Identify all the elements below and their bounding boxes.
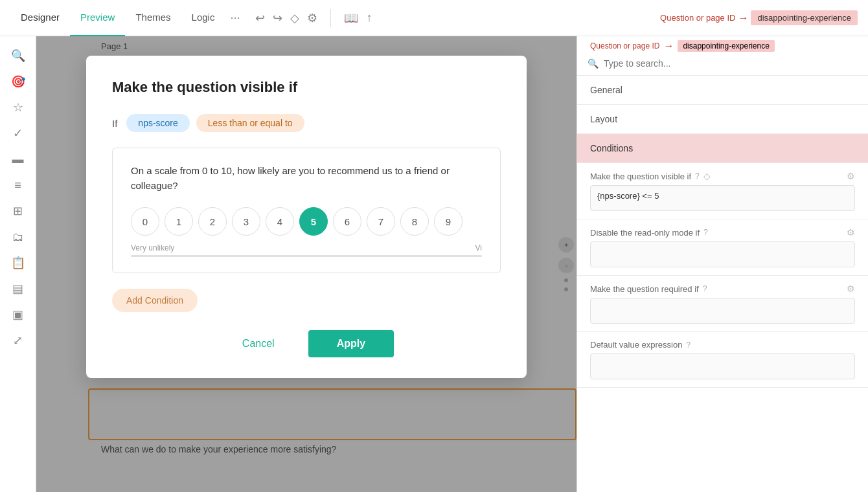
help-icon-visible[interactable]: ?: [695, 172, 700, 181]
sidebar-list-icon[interactable]: ≡: [6, 173, 30, 197]
left-sidebar: 🔍 🎯 ☆ ✓ ▬ ≡ ⊞ 🗂 📋 ▤ ▣ ⤢: [0, 36, 36, 492]
gear-required-icon[interactable]: ⚙: [847, 284, 855, 294]
divider: [330, 9, 331, 27]
nps-label-right: Vi: [475, 243, 482, 252]
nps-labels: Very unlikely Vi: [131, 243, 482, 252]
help-icon-default[interactable]: ?: [686, 341, 691, 350]
nps-num-2[interactable]: 2: [198, 207, 227, 236]
help-icon-required[interactable]: ?: [703, 284, 707, 293]
condition-visible-text: Make the question visible if: [590, 172, 691, 181]
field-chip[interactable]: nps-score: [126, 114, 189, 132]
nps-number-row: 0 1 2 3 4 5 6 7 8 9: [131, 207, 482, 236]
gear-readonly-icon[interactable]: ⚙: [847, 227, 855, 238]
question-id-value: disappointing-experience: [751, 10, 858, 25]
nps-num-3[interactable]: 3: [232, 207, 260, 236]
cancel-button[interactable]: Cancel: [219, 330, 298, 357]
sidebar-section-conditions[interactable]: Conditions: [577, 134, 868, 163]
if-label: If: [112, 118, 117, 129]
condition-default-value: [590, 353, 855, 379]
right-question-id-value: disappointing-experience: [678, 40, 774, 52]
sidebar-minus-icon[interactable]: ▬: [6, 148, 30, 171]
tab-designer[interactable]: Designer: [10, 0, 70, 36]
nps-num-1[interactable]: 1: [165, 207, 193, 236]
condition-required-value: [590, 298, 855, 324]
redo-icon[interactable]: ↪: [273, 11, 282, 25]
condition-visible-block: Make the question visible if ? ◇ ⚙ {nps-…: [577, 163, 868, 219]
right-question-id-arrow: →: [663, 40, 674, 52]
nps-num-0[interactable]: 0: [131, 207, 159, 236]
tab-themes[interactable]: Themes: [125, 0, 181, 36]
condition-required-label: Make the question required if ? ⚙: [590, 284, 855, 294]
nps-bar: [131, 255, 482, 257]
nps-num-6[interactable]: 6: [333, 207, 361, 236]
erase-condition-icon[interactable]: ◇: [703, 171, 711, 181]
right-question-id-label: Question or page ID: [590, 41, 659, 50]
condition-default-block: Default value expression ?: [577, 332, 868, 388]
apply-button[interactable]: Apply: [308, 330, 394, 357]
condition-readonly-label: Disable the read-only mode if ? ⚙: [590, 227, 855, 238]
modal-title: Make the question visible if: [112, 79, 501, 96]
top-bar: Designer Preview Themes Logic ··· ↩ ↪ ◇ …: [0, 0, 868, 36]
search-icon: 🔍: [588, 58, 599, 69]
sidebar-clipboard-icon[interactable]: 📋: [6, 251, 30, 274]
sidebar-rows-icon[interactable]: ▤: [6, 277, 30, 300]
nps-num-9[interactable]: 9: [434, 207, 463, 236]
toolbar-icons: ↩ ↪ ◇ ⚙ 📖 ↑: [255, 9, 372, 27]
main-layout: 🔍 🎯 ☆ ✓ ▬ ≡ ⊞ 🗂 📋 ▤ ▣ ⤢ Page 1 Descripti…: [0, 36, 868, 492]
operator-chip[interactable]: Less than or equal to: [196, 114, 304, 132]
question-id-area: Question or page ID → disappointing-expe…: [660, 10, 858, 25]
question-id-label: Question or page ID: [660, 13, 735, 23]
right-sidebar: Question or page ID → disappointing-expe…: [577, 36, 868, 492]
search-input[interactable]: [604, 58, 858, 69]
upload-icon[interactable]: ↑: [366, 11, 372, 25]
condition-readonly-text: Disable the read-only mode if: [590, 228, 700, 238]
condition-if-row: If nps-score Less than or equal to: [112, 114, 501, 132]
nav-tabs: Designer Preview Themes Logic ···: [10, 0, 245, 36]
nps-num-5[interactable]: 5: [299, 207, 328, 236]
condition-visible-value: {nps-score} <= 5: [590, 185, 855, 211]
sidebar-box-icon[interactable]: ▣: [6, 303, 30, 326]
nps-question-text: On a scale from 0 to 10, how likely are …: [131, 164, 482, 193]
condition-visible-label: Make the question visible if ? ◇ ⚙: [590, 171, 855, 181]
erase-icon[interactable]: ◇: [290, 11, 299, 25]
undo-icon[interactable]: ↩: [255, 11, 265, 25]
modal-overlay: Make the question visible if If nps-scor…: [36, 36, 577, 492]
condition-required-block: Make the question required if ? ⚙: [577, 276, 868, 332]
sidebar-section-layout[interactable]: Layout: [577, 105, 868, 134]
question-id-arrow-icon: →: [738, 12, 748, 24]
condition-readonly-value: [590, 241, 855, 267]
help-icon-readonly[interactable]: ?: [703, 228, 708, 237]
sidebar-target-icon[interactable]: 🎯: [6, 70, 30, 93]
condition-default-text: Default value expression: [590, 340, 682, 350]
right-sidebar-question-id: Question or page ID → disappointing-expe…: [577, 36, 868, 52]
sidebar-folder-icon[interactable]: 🗂: [6, 225, 30, 249]
condition-readonly-block: Disable the read-only mode if ? ⚙: [577, 219, 868, 276]
tab-logic[interactable]: Logic: [181, 0, 225, 36]
sidebar-section-general[interactable]: General: [577, 76, 868, 105]
sidebar-grid-icon[interactable]: ⊞: [6, 199, 30, 223]
sidebar-expand-icon[interactable]: ⤢: [6, 329, 30, 352]
sidebar-check-icon[interactable]: ✓: [6, 122, 30, 145]
nps-num-7[interactable]: 7: [367, 207, 395, 236]
modal-dialog: Make the question visible if If nps-scor…: [86, 56, 527, 378]
book-icon[interactable]: 📖: [344, 11, 358, 25]
sidebar-star-icon[interactable]: ☆: [6, 96, 30, 119]
add-condition-button[interactable]: Add Condition: [112, 289, 198, 312]
nps-preview: On a scale from 0 to 10, how likely are …: [112, 148, 501, 273]
modal-footer: Cancel Apply: [112, 330, 501, 357]
tab-preview[interactable]: Preview: [70, 0, 125, 36]
canvas: Page 1 Description Make the question vis…: [36, 36, 577, 492]
condition-required-text: Make the question required if: [590, 284, 699, 294]
filter-icon[interactable]: ⚙: [307, 11, 317, 25]
sidebar-search-icon[interactable]: 🔍: [6, 44, 30, 67]
nps-label-left: Very unlikely: [131, 243, 174, 252]
nps-num-4[interactable]: 4: [266, 207, 294, 236]
more-menu[interactable]: ···: [225, 11, 245, 25]
sidebar-search: 🔍: [577, 52, 868, 76]
nps-num-8[interactable]: 8: [400, 207, 429, 236]
gear-condition-icon[interactable]: ⚙: [847, 171, 855, 181]
condition-default-label: Default value expression ?: [590, 340, 855, 350]
